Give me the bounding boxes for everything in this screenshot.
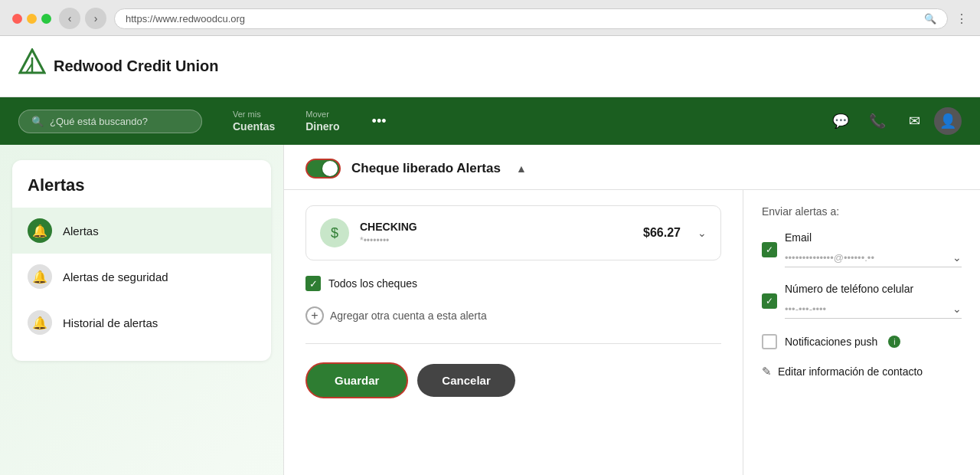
close-button[interactable] (12, 14, 22, 24)
email-label: Email (785, 231, 962, 244)
push-item: Notificaciones push i (762, 334, 962, 349)
account-info: CHECKING *•••••••• (360, 221, 632, 246)
right-panel: Enviar alertas a: ✓ Email ••••••••••••••… (743, 190, 980, 475)
sidebar-card: Alertas 🔔 Alertas 🔔 Alertas de seguridad… (12, 160, 271, 361)
seguridad-icon: 🔔 (28, 264, 52, 289)
search-icon: 🔍 (924, 13, 936, 25)
browser-chrome: ‹ › https://www.redwoodcu.org 🔍 ⋮ (0, 0, 980, 36)
search-icon: 🔍 (31, 116, 44, 127)
phone-checkbox[interactable]: ✓ (762, 293, 777, 309)
push-row: Notificaciones push i (762, 334, 962, 349)
minimize-button[interactable] (27, 14, 37, 24)
cancel-button[interactable]: Cancelar (417, 364, 514, 397)
app-header: Redwood Credit Union (0, 36, 980, 97)
nav-links: Ver mis Cuentas Mover Dinero (217, 103, 355, 139)
mail-button[interactable]: ✉ (897, 104, 931, 138)
logo-area: Redwood Credit Union (18, 48, 219, 85)
nav-more-button[interactable]: ••• (363, 107, 396, 136)
nav-link-dinero[interactable]: Mover Dinero (290, 103, 354, 139)
content-main: $ CHECKING *•••••••• $66.27 ⌄ ✓ Todos lo… (284, 190, 743, 475)
save-button[interactable]: Guardar (305, 362, 408, 398)
todos-cheques-row: ✓ Todos los cheques (305, 276, 721, 291)
search-box[interactable]: 🔍 ¿Qué está buscando? (18, 110, 202, 133)
browser-toolbar: ⋮ (956, 11, 968, 26)
toggle-knob (322, 161, 338, 176)
phone-label: Número de teléfono celular (785, 283, 962, 295)
add-account-text: Agregar otra cuenta a esta alerta (330, 310, 487, 322)
phone-button[interactable]: 📞 (861, 104, 894, 138)
nav-actions: 💬 📞 ✉ 👤 (824, 104, 962, 138)
nav-buttons: ‹ › (59, 8, 106, 29)
alert-toggle[interactable] (305, 159, 341, 179)
alert-title: Cheque liberado Alertas (351, 161, 501, 176)
add-account-link[interactable]: + Agregar otra cuenta a esta alerta (305, 306, 721, 325)
info-icon[interactable]: i (888, 336, 900, 348)
account-number: *•••••••• (360, 235, 632, 246)
email-chevron-icon: ⌄ (952, 251, 962, 264)
sidebar-item-seguridad[interactable]: 🔔 Alertas de seguridad (12, 254, 271, 300)
sidebar-title: Alertas (12, 175, 271, 208)
todos-cheques-checkbox[interactable]: ✓ (305, 276, 321, 291)
logo-icon (18, 48, 46, 85)
phone-value: •••-•••-•••• (785, 303, 826, 315)
sidebar: Alertas 🔔 Alertas 🔔 Alertas de seguridad… (0, 145, 283, 475)
nav-bar: 🔍 ¿Qué está buscando? Ver mis Cuentas Mo… (0, 97, 980, 145)
account-chevron-icon[interactable]: ⌄ (697, 227, 707, 239)
account-balance: $66.27 (643, 226, 681, 240)
sidebar-item-alertas-label: Alertas (63, 224, 99, 238)
todos-cheques-label: Todos los cheques (328, 277, 417, 290)
edit-contact-label: Editar información de contacto (778, 365, 923, 378)
back-button[interactable]: ‹ (59, 8, 80, 29)
user-avatar[interactable]: 👤 (934, 107, 962, 135)
chevron-up-icon[interactable]: ▲ (516, 162, 527, 175)
edit-contact-link[interactable]: ✎ Editar información de contacto (762, 365, 962, 378)
sidebar-item-alertas[interactable]: 🔔 Alertas (12, 208, 271, 254)
sidebar-item-seguridad-label: Alertas de seguridad (63, 270, 168, 283)
phone-row: ✓ Número de teléfono celular •••-•••-•••… (762, 283, 962, 319)
account-name: CHECKING (360, 221, 632, 233)
main-layout: Alertas 🔔 Alertas 🔔 Alertas de seguridad… (0, 145, 980, 475)
account-icon: $ (320, 218, 349, 247)
pencil-icon: ✎ (762, 365, 772, 378)
address-bar[interactable]: https://www.redwoodcu.org 🔍 (114, 8, 948, 29)
email-value: ••••••••••••••@••••••.•• (785, 252, 874, 264)
account-card[interactable]: $ CHECKING *•••••••• $66.27 ⌄ (305, 205, 721, 260)
nav-link-cuentas[interactable]: Ver mis Cuentas (217, 103, 290, 139)
traffic-lights (12, 14, 51, 24)
alert-header: Cheque liberado Alertas ▲ (284, 145, 980, 190)
address-text: https://www.redwoodcu.org (126, 13, 245, 25)
button-row: Guardar Cancelar (305, 362, 721, 398)
sidebar-item-historial[interactable]: 🔔 Historial de alertas (12, 300, 271, 346)
email-checkbox[interactable]: ✓ (762, 242, 777, 257)
email-dropdown[interactable]: ••••••••••••••@••••••.•• ⌄ (785, 248, 962, 267)
chat-button[interactable]: 💬 (824, 104, 858, 138)
forward-button[interactable]: › (85, 8, 106, 29)
logo-text: Redwood Credit Union (54, 57, 219, 75)
search-placeholder: ¿Qué está buscando? (50, 116, 148, 127)
email-item: ✓ Email ••••••••••••••@••••••.•• ⌄ (762, 231, 962, 267)
alertas-icon: 🔔 (28, 218, 52, 243)
email-row: ✓ Email ••••••••••••••@••••••.•• ⌄ (762, 231, 962, 267)
maximize-button[interactable] (41, 14, 51, 24)
sidebar-item-historial-label: Historial de alertas (63, 316, 158, 329)
phone-item: ✓ Número de teléfono celular •••-•••-•••… (762, 283, 962, 319)
phone-chevron-icon: ⌄ (952, 303, 962, 315)
add-icon: + (305, 306, 324, 325)
push-checkbox[interactable] (762, 334, 777, 349)
historial-icon: 🔔 (28, 310, 52, 335)
content-body: $ CHECKING *•••••••• $66.27 ⌄ ✓ Todos lo… (284, 190, 980, 475)
push-label: Notificaciones push (785, 336, 877, 348)
content-area: Cheque liberado Alertas ▲ $ CHECKING *••… (283, 145, 980, 475)
phone-dropdown[interactable]: •••-•••-•••• ⌄ (785, 300, 962, 319)
extensions-icon: ⋮ (956, 11, 968, 26)
divider (305, 343, 721, 344)
right-panel-title: Enviar alertas a: (762, 205, 962, 218)
